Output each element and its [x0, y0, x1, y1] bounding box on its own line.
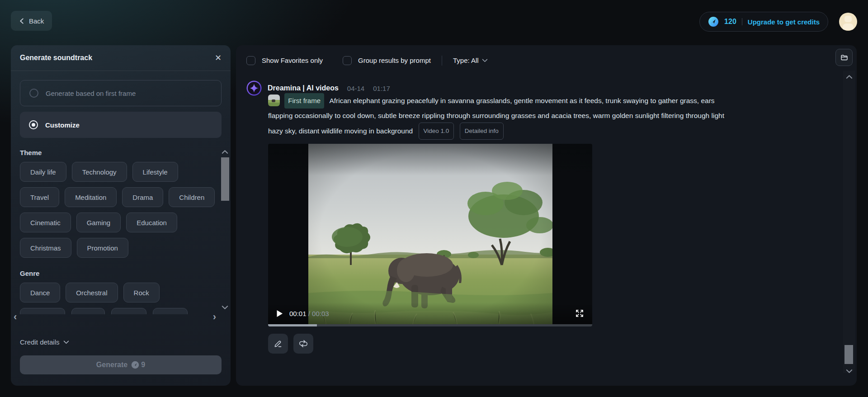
genre-chip-clipped[interactable]	[20, 308, 65, 314]
model-badge[interactable]: Video 1.0	[419, 123, 454, 140]
first-frame-tag: First frame	[284, 93, 324, 109]
credit-details-label: Credit details	[20, 338, 60, 346]
back-label: Back	[29, 17, 44, 25]
genre-chip[interactable]: Dance	[20, 283, 60, 302]
main-scrollbar-thumb[interactable]	[844, 345, 853, 364]
theme-chip[interactable]: Promotion	[77, 238, 128, 258]
theme-chip[interactable]: Daily life	[20, 162, 66, 182]
results-panel: Show Favorites only Group results by pro…	[236, 45, 857, 386]
filter-divider	[442, 56, 442, 66]
panel-scroll-down-icon[interactable]	[220, 303, 229, 312]
repeat-icon	[299, 339, 308, 348]
theme-chip[interactable]: Meditation	[65, 187, 117, 207]
page: { "topbar": { "back": "Back", "credits":…	[0, 0, 868, 397]
generate-soundtrack-panel: Generate soundtrack ✕ Generate based on …	[11, 45, 231, 386]
post-date: 04-14	[347, 85, 364, 92]
genre-chip-group: DanceOrchestralRock	[20, 283, 219, 302]
duration: 00:03	[312, 310, 329, 317]
theme-chip[interactable]: Drama	[122, 187, 163, 207]
dreamina-logo-icon[interactable]	[246, 80, 262, 96]
option-label: Customize	[45, 121, 80, 129]
panel-scrollbar-thumb[interactable]	[221, 157, 229, 201]
generate-cost: 9	[141, 361, 145, 369]
board-view-icon	[840, 53, 849, 62]
upgrade-link[interactable]: Upgrade to get credits	[748, 18, 820, 26]
main-scroll-down-icon[interactable]	[844, 367, 854, 376]
avatar-head-shape	[844, 16, 852, 22]
chips-next-icon[interactable]: ›	[213, 312, 216, 322]
generate-label: Generate	[96, 361, 127, 369]
option-customize[interactable]: Customize	[20, 112, 222, 138]
type-label: Type: All	[453, 57, 479, 64]
chips-prev-icon[interactable]: ‹	[14, 312, 17, 322]
pill-divider	[742, 18, 742, 25]
theme-chip[interactable]: Travel	[20, 187, 59, 207]
option-label: Generate based on first frame	[46, 90, 136, 97]
radio-off-icon[interactable]	[29, 89, 38, 98]
detailed-info-badge[interactable]: Detailed info	[460, 123, 504, 140]
edit-button[interactable]	[268, 334, 288, 354]
theme-chip[interactable]: Technology	[72, 162, 127, 182]
theme-chip[interactable]: Cinematic	[20, 213, 71, 232]
post-prompt: First frame African elephant grazing pea…	[268, 93, 738, 140]
theme-chip[interactable]: Education	[126, 213, 177, 232]
user-avatar[interactable]	[839, 13, 857, 31]
chevron-down-icon	[63, 340, 69, 344]
genre-chip-clipped[interactable]	[71, 308, 105, 314]
first-frame-thumbnail[interactable]	[268, 95, 280, 106]
theme-section-title: Theme	[20, 149, 222, 156]
player-controls: 00:01 / 00:03	[268, 302, 592, 324]
pencil-icon	[274, 339, 283, 348]
panel-scroll-up-icon[interactable]	[220, 147, 229, 156]
theme-chip[interactable]: Children	[169, 187, 215, 207]
theme-chip[interactable]: Christmas	[20, 238, 71, 258]
credits-pill[interactable]: 120 Upgrade to get credits	[699, 12, 828, 32]
time-display: 00:01 / 00:03	[289, 310, 329, 317]
favorites-checkbox[interactable]	[246, 56, 255, 65]
theme-chip[interactable]: Lifestyle	[132, 162, 178, 182]
type-dropdown[interactable]: Type: All	[453, 57, 488, 64]
back-chevron-icon	[19, 18, 25, 24]
play-icon[interactable]	[276, 310, 283, 317]
progress-fill	[268, 324, 317, 326]
panel-title: Generate soundtrack	[20, 54, 92, 62]
generate-button[interactable]: Generate 9	[20, 355, 222, 374]
theme-chip[interactable]: Gaming	[76, 213, 121, 232]
credits-count: 120	[724, 18, 736, 26]
group-label[interactable]: Group results by prompt	[358, 57, 431, 64]
main-scrollbar-track[interactable]	[843, 71, 855, 373]
time-separator: /	[308, 310, 310, 317]
genre-chip[interactable]: Rock	[123, 283, 160, 302]
favorites-label[interactable]: Show Favorites only	[262, 57, 323, 64]
genre-section-title: Genre	[20, 269, 222, 277]
chevron-down-icon	[482, 59, 488, 62]
avatar-torso-shape	[843, 24, 854, 30]
regenerate-button[interactable]	[293, 334, 313, 354]
filter-bar: Show Favorites only Group results by pro…	[236, 45, 857, 70]
genre-chip[interactable]: Orchestral	[66, 283, 118, 302]
main-scroll-up-icon[interactable]	[844, 72, 854, 81]
group-checkbox[interactable]	[343, 56, 352, 65]
video-player[interactable]: 00:01 / 00:03	[268, 144, 592, 326]
option-generate-first-frame[interactable]: Generate based on first frame	[20, 80, 222, 106]
board-view-button[interactable]	[835, 49, 853, 66]
post-actions	[268, 334, 313, 354]
genre-chip-clipped[interactable]	[153, 308, 188, 314]
panel-header: Generate soundtrack ✕	[11, 45, 231, 71]
theme-chip-group: Daily lifeTechnologyLifestyleTravelMedit…	[20, 162, 219, 258]
thumbnail-elephant-shape	[272, 99, 275, 102]
panel-body: Generate based on first frame Customize …	[11, 71, 231, 314]
fullscreen-icon[interactable]	[575, 309, 584, 318]
genre-chip-row-clipped	[20, 308, 222, 314]
credit-details-toggle[interactable]: Credit details	[20, 338, 69, 346]
current-time: 00:01	[289, 310, 307, 317]
back-button[interactable]: Back	[11, 11, 52, 31]
genre-chip-clipped[interactable]	[111, 308, 146, 314]
close-icon[interactable]: ✕	[215, 54, 222, 62]
radio-on-icon[interactable]	[29, 120, 38, 129]
credit-cost-icon	[131, 361, 139, 369]
player-top-gradient	[268, 144, 592, 175]
post-author: Dreamina | AI videos	[268, 84, 339, 92]
progress-bar[interactable]	[268, 324, 592, 326]
credit-coin-icon	[708, 16, 719, 27]
